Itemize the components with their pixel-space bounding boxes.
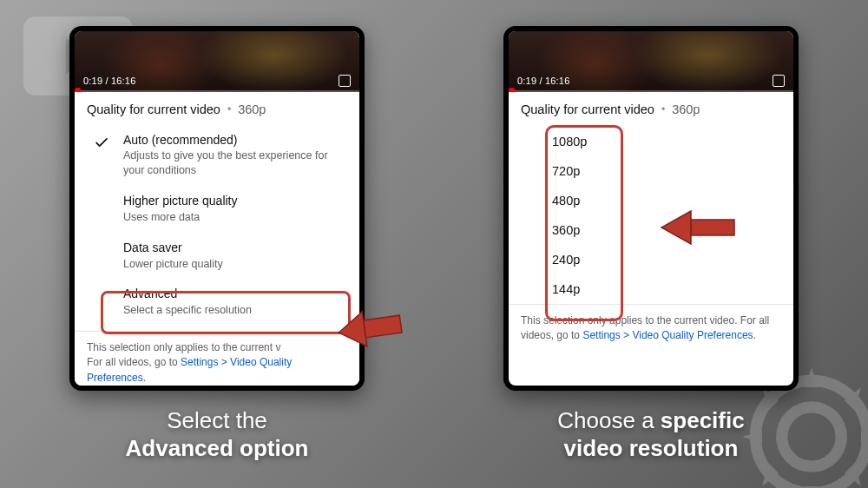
settings-link[interactable]: Settings > Video Quality Preferences [87,356,292,383]
timecode: 0:19 / 16:16 [517,76,570,86]
footnote: This selection only applies to the curre… [75,331,359,385]
caption-left: Select the Advanced option [126,406,309,463]
resolution-360p[interactable]: 360p [552,215,580,245]
option-title: Data saver [123,241,349,255]
option-advanced[interactable]: Advanced Select a specific resolution [83,279,352,326]
fullscreen-icon[interactable] [339,75,351,87]
option-higher-quality[interactable]: Higher picture quality Uses more data [83,186,352,233]
resolution-720p[interactable]: 720p [552,156,580,186]
phone-frame: 0:19 / 16:16 Quality for current video •… [69,26,365,391]
resolution-144p[interactable]: 144p [552,274,580,304]
option-subtitle: Select a specific resolution [123,303,349,318]
resolution-240p[interactable]: 240p [552,245,580,274]
timecode: 0:19 / 16:16 [83,76,136,86]
option-title: Higher picture quality [123,194,349,208]
option-title: Advanced [123,287,349,301]
fullscreen-icon[interactable] [773,75,785,87]
video-player[interactable]: 0:19 / 16:16 [75,31,359,92]
panel-right: 0:19 / 16:16 Quality for current video •… [503,26,799,463]
footnote: This selection only applies to the curre… [509,304,793,356]
option-subtitle: Lower picture quality [123,257,349,272]
sheet-header: Quality for current video • 360p [509,92,793,125]
settings-link[interactable]: Settings > Video Quality Preferences [582,329,753,341]
svg-rect-4 [364,315,402,338]
option-subtitle: Adjusts to give you the best experience … [123,148,349,178]
option-title: Auto (recommended) [123,133,349,148]
check-icon [94,135,109,179]
resolution-480p[interactable]: 480p [552,186,580,215]
video-player[interactable]: 0:19 / 16:16 [509,31,793,92]
option-subtitle: Uses more data [123,210,349,225]
option-auto[interactable]: Auto (recommended) Adjusts to give you t… [83,125,352,187]
option-data-saver[interactable]: Data saver Lower picture quality [83,233,352,280]
phone-frame: 0:19 / 16:16 Quality for current video •… [503,26,799,391]
resolution-1080p[interactable]: 1080p [552,127,587,156]
sheet-header: Quality for current video • 360p [75,92,359,125]
caption-right: Choose a specific video resolution [557,406,744,463]
panel-left: 0:19 / 16:16 Quality for current video •… [69,26,365,463]
